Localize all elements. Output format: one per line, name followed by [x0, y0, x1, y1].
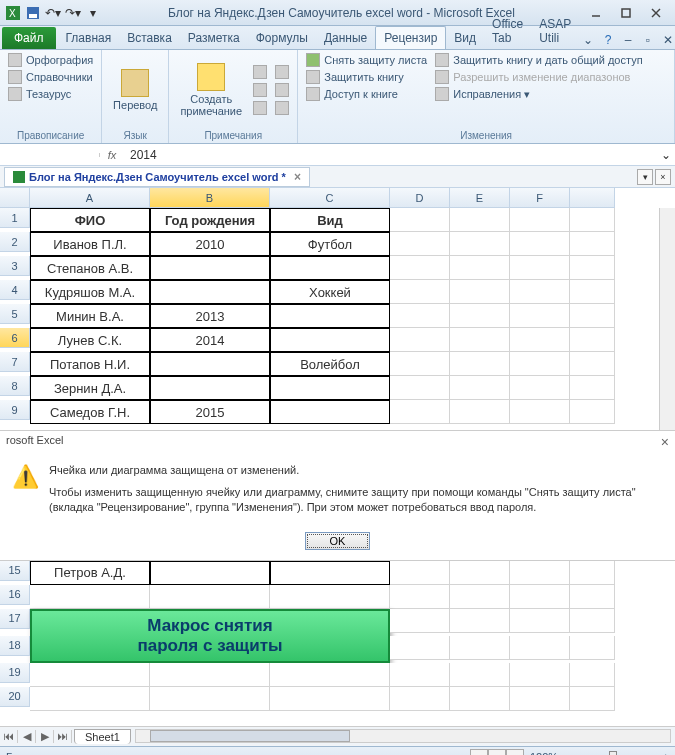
help-icon[interactable]: ? — [599, 31, 617, 49]
cell-A1[interactable]: ФИО — [30, 208, 150, 232]
row-header[interactable]: 6 — [0, 328, 30, 348]
save-icon[interactable] — [24, 4, 42, 22]
cell-F19[interactable] — [510, 663, 570, 687]
track-changes-button[interactable]: Исправления ▾ — [433, 86, 644, 102]
cell-C3[interactable] — [270, 256, 390, 280]
redo-icon[interactable]: ↷▾ — [64, 4, 82, 22]
tab-view[interactable]: Вид — [446, 27, 484, 49]
row-header[interactable]: 17 — [0, 609, 30, 629]
cell-B9[interactable]: 2015 — [150, 400, 270, 424]
normal-view-icon[interactable] — [470, 749, 488, 755]
cell-A16[interactable] — [30, 585, 150, 609]
cell-D18[interactable] — [390, 636, 450, 660]
tab-close-icon[interactable]: × — [655, 169, 671, 185]
cell-A2[interactable]: Иванов П.Л. — [30, 232, 150, 256]
cell-D8[interactable] — [390, 376, 450, 400]
cell-E15[interactable] — [450, 561, 510, 585]
cell-A20[interactable] — [30, 687, 150, 711]
show-all-button[interactable] — [273, 82, 291, 98]
col-header-C[interactable]: C — [270, 188, 390, 208]
cell-E16[interactable] — [450, 585, 510, 609]
tab-insert[interactable]: Вставка — [119, 27, 180, 49]
cell-D2[interactable] — [390, 232, 450, 256]
cell-F2[interactable] — [510, 232, 570, 256]
row-header[interactable]: 7 — [0, 352, 30, 372]
protect-share-button[interactable]: Защитить книгу и дать общий доступ — [433, 52, 644, 68]
cell-E20[interactable] — [450, 687, 510, 711]
cell-D15[interactable] — [390, 561, 450, 585]
wb-close-icon[interactable]: ✕ — [659, 31, 675, 49]
close-tab-icon[interactable]: × — [294, 170, 301, 184]
minimize-button[interactable] — [581, 3, 611, 23]
macro-shape[interactable]: Макрос снятияпароля с защиты — [30, 609, 390, 663]
cell-F20[interactable] — [510, 687, 570, 711]
tab-formulas[interactable]: Формулы — [248, 27, 316, 49]
excel-icon[interactable]: X — [4, 4, 22, 22]
tab-officetab[interactable]: Office Tab — [484, 13, 531, 49]
cell-F4[interactable] — [510, 280, 570, 304]
cell-C6[interactable] — [270, 328, 390, 352]
cell-B20[interactable] — [150, 687, 270, 711]
cell-E17[interactable] — [450, 609, 510, 633]
sheet-last-icon[interactable]: ⏭ — [54, 730, 72, 743]
cell-F18[interactable] — [510, 636, 570, 660]
row-header[interactable]: 9 — [0, 400, 30, 420]
tab-asap[interactable]: ASAP Utili — [531, 13, 579, 49]
cell-C8[interactable] — [270, 376, 390, 400]
cell-B3[interactable] — [150, 256, 270, 280]
sheet-next-icon[interactable]: ▶ — [36, 730, 54, 743]
tab-data[interactable]: Данные — [316, 27, 375, 49]
cell-C19[interactable] — [270, 663, 390, 687]
cell-D3[interactable] — [390, 256, 450, 280]
cell-F7[interactable] — [510, 352, 570, 376]
file-tab[interactable]: Файл — [2, 27, 56, 49]
cell-15[interactable] — [570, 561, 615, 585]
show-ink-button[interactable] — [273, 100, 291, 116]
cell-D4[interactable] — [390, 280, 450, 304]
cell-E3[interactable] — [450, 256, 510, 280]
select-all-corner[interactable] — [0, 188, 30, 208]
cell-E1[interactable] — [450, 208, 510, 232]
minimize-ribbon-icon[interactable]: ⌄ — [579, 31, 597, 49]
row-header[interactable]: 16 — [0, 585, 30, 605]
cell-D20[interactable] — [390, 687, 450, 711]
cell-B8[interactable] — [150, 376, 270, 400]
cell-E4[interactable] — [450, 280, 510, 304]
share-workbook-button[interactable]: Доступ к книге — [304, 86, 429, 102]
cell-A5[interactable]: Минин В.А. — [30, 304, 150, 328]
cell-E8[interactable] — [450, 376, 510, 400]
cell-E6[interactable] — [450, 328, 510, 352]
page-break-icon[interactable] — [506, 749, 524, 755]
cell-B5[interactable]: 2013 — [150, 304, 270, 328]
cell-D17[interactable] — [390, 609, 450, 633]
cell-D5[interactable] — [390, 304, 450, 328]
row-header[interactable]: 19 — [0, 663, 30, 683]
vertical-scrollbar[interactable] — [659, 208, 675, 430]
cell-B6[interactable]: 2014 — [150, 328, 270, 352]
unprotect-sheet-button[interactable]: Снять защиту листа — [304, 52, 429, 68]
cell-B15[interactable] — [150, 561, 270, 585]
wb-min-icon[interactable]: – — [619, 31, 637, 49]
sheet-prev-icon[interactable]: ◀ — [18, 730, 36, 743]
spelling-button[interactable]: Орфография — [6, 52, 95, 68]
tab-home[interactable]: Главная — [58, 27, 120, 49]
cell-C4[interactable]: Хоккей — [270, 280, 390, 304]
translate-button[interactable]: Перевод — [108, 52, 162, 128]
row-header[interactable]: 18 — [0, 636, 30, 656]
zoom-in-icon[interactable]: + — [663, 751, 669, 755]
sheet-nav[interactable]: ⏮ ◀ ▶ ⏭ — [0, 730, 72, 743]
prev-comment-button[interactable] — [251, 82, 269, 98]
cell-C15[interactable] — [270, 561, 390, 585]
view-buttons[interactable] — [470, 749, 524, 755]
next-comment-button[interactable] — [251, 100, 269, 116]
tab-menu-icon[interactable]: ▾ — [637, 169, 653, 185]
allow-ranges-button[interactable]: Разрешить изменение диапазонов — [433, 69, 644, 85]
cell-E9[interactable] — [450, 400, 510, 424]
sheet-tab[interactable]: Sheet1 — [74, 729, 131, 744]
row-header[interactable]: 3 — [0, 256, 30, 276]
cell-C9[interactable] — [270, 400, 390, 424]
show-comment-button[interactable] — [273, 64, 291, 80]
cell-A9[interactable]: Самедов Г.Н. — [30, 400, 150, 424]
cell-A15[interactable]: Петров А.Д. — [30, 561, 150, 585]
worksheet-grid[interactable]: ABCDEF1ФИОГод рожденияВид2Иванов П.Л.201… — [0, 188, 675, 430]
